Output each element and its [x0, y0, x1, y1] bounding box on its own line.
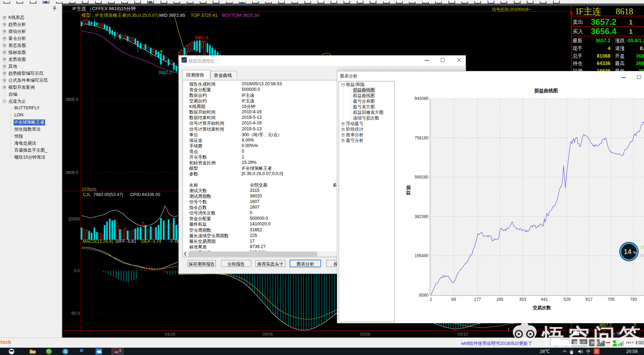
- svg-text:模型：IF全球策略王者(0.35,0.25,0.07): 模型：IF全球策略王者(0.35,0.25,0.07): [81, 13, 158, 18]
- svg-text:OPID 64336.00: OPID 64336.00: [130, 192, 160, 197]
- svg-text:0.: 0.: [640, 45, 644, 51]
- svg-text:MACD(12,26,9): MACD(12,26,9): [83, 239, 113, 244]
- svg-text:265: 265: [496, 297, 503, 302]
- svg-text:368: 368: [636, 60, 644, 66]
- svg-text:CP: CP: [641, 253, 644, 258]
- svg-text:%: %: [633, 251, 636, 255]
- svg-text:617: 617: [586, 297, 593, 302]
- svg-text:卖出: 卖出: [573, 19, 583, 25]
- svg-text:353: 353: [519, 297, 526, 302]
- svg-text:3657.2: 3657.2: [591, 17, 616, 27]
- svg-text:3657.2: 3657.2: [595, 38, 610, 43]
- svg-text:DIFF -5.61: DIFF -5.61: [115, 239, 136, 244]
- svg-text:-50.0: -50.0: [70, 311, 80, 316]
- svg-text:速涨: 速涨: [615, 45, 625, 51]
- svg-text:756180: 756180: [415, 136, 429, 140]
- svg-text:905: 905: [90, 187, 97, 192]
- svg-text:IF主连 （CFFEX 8618)15分钟: IF主连 （CFFEX 8618)15分钟: [72, 6, 136, 11]
- svg-text:CJL: CJL: [83, 192, 91, 197]
- svg-text:705: 705: [608, 297, 615, 302]
- svg-text:S: S: [64, 349, 66, 354]
- svg-text:交易次数: 交易次数: [532, 305, 551, 310]
- svg-text:最新: 最新: [572, 38, 582, 43]
- svg-text:悟空问答: 悟空问答: [541, 324, 644, 348]
- svg-text:81068: 81068: [597, 53, 610, 59]
- svg-text:7983.00(53:47): 7983.00(53:47): [93, 192, 123, 197]
- svg-text:BOTTOM 3625.30: BOTTOM 3625.30: [222, 13, 259, 18]
- svg-text:10天: 10天: [82, 187, 90, 192]
- svg-text:793: 793: [630, 297, 637, 302]
- svg-text:28: 28: [641, 245, 644, 250]
- svg-text:89: 89: [451, 297, 456, 302]
- svg-text:开盘: 开盘: [615, 53, 625, 59]
- svg-text:05/10: 05/10: [458, 332, 468, 337]
- svg-text:3656.4: 3656.4: [591, 27, 617, 36]
- svg-text:1: 1: [629, 28, 633, 35]
- svg-text:10000: 10000: [68, 217, 80, 222]
- svg-text:IF主连: IF主连: [576, 7, 601, 16]
- svg-text:177: 177: [474, 297, 481, 302]
- svg-text:损益曲线图: 损益曲线图: [534, 88, 558, 93]
- svg-text:368: 368: [636, 53, 644, 59]
- svg-text:wh: wh: [114, 350, 118, 354]
- svg-text:1: 1: [430, 297, 432, 302]
- svg-text:总手: 总手: [573, 53, 582, 59]
- svg-text:382380: 382380: [415, 214, 429, 219]
- svg-text:8580: 8580: [419, 293, 429, 298]
- svg-text:现手: 现手: [572, 45, 582, 51]
- svg-text:3800.0: 3800.0: [65, 97, 78, 102]
- svg-text:-7.76: -7.76: [169, 239, 179, 244]
- svg-text:3962.6: 3962.6: [194, 35, 208, 40]
- svg-text:8618: 8618: [616, 7, 633, 16]
- svg-text:最高: 最高: [615, 60, 625, 66]
- svg-text:持仓: 持仓: [573, 60, 582, 66]
- svg-text:MID 3672.85: MID 3672.85: [159, 13, 185, 18]
- svg-text:8: 8: [119, 348, 121, 353]
- svg-text:-55.6/1.2: -55.6/1.2: [627, 38, 644, 43]
- svg-text:DEA -1.74: DEA -1.74: [141, 239, 161, 244]
- svg-text:益: 益: [406, 190, 411, 195]
- svg-text:195480: 195480: [415, 253, 429, 258]
- svg-text:943080: 943080: [415, 96, 429, 101]
- svg-text:信号区间:20100416~: 信号区间:20100416~: [492, 7, 531, 12]
- svg-text:05/06: 05/06: [262, 332, 273, 337]
- svg-text:3882.2: 3882.2: [158, 70, 172, 75]
- svg-text:TOP 3720.41: TOP 3720.41: [191, 13, 218, 18]
- svg-text:损: 损: [406, 185, 411, 190]
- svg-text:4: 4: [608, 45, 610, 51]
- svg-text:0.0: 0.0: [74, 268, 80, 273]
- svg-text:05/08: 05/08: [360, 332, 370, 337]
- svg-text:S: S: [595, 349, 598, 354]
- svg-text:569280: 569280: [415, 175, 429, 180]
- svg-text:04/29: 04/29: [165, 332, 175, 337]
- svg-text:1: 1: [629, 19, 633, 26]
- svg-text:529: 529: [564, 297, 571, 302]
- svg-text:14: 14: [624, 248, 631, 255]
- svg-text:441: 441: [541, 297, 548, 302]
- svg-text:64336: 64336: [597, 60, 610, 66]
- svg-text:涨跌: 涨跌: [615, 38, 625, 43]
- svg-text:3600.0: 3600.0: [65, 170, 78, 175]
- svg-text:买入: 买入: [573, 28, 583, 34]
